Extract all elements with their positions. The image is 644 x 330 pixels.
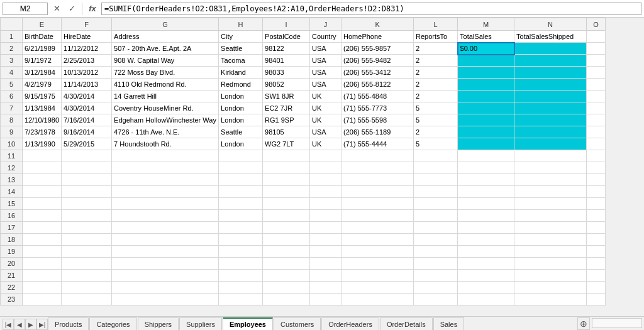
cell-r18-c8[interactable]	[458, 234, 514, 246]
cell-r21-c6[interactable]	[341, 270, 414, 282]
cell-r11-c7[interactable]	[414, 150, 458, 162]
cell-r19-c4[interactable]	[263, 246, 310, 258]
sheet-tab-customers[interactable]: Customers	[274, 317, 321, 330]
cell-r10-c3[interactable]: London	[219, 138, 263, 150]
cell-r4-c2[interactable]: 722 Moss Bay Blvd.	[112, 67, 219, 79]
cell-r4-c9[interactable]	[514, 67, 587, 79]
cell-r3-c3[interactable]: Tacoma	[219, 55, 263, 67]
cell-r3-c5[interactable]: USA	[310, 55, 341, 67]
cell-r2-c3[interactable]: Seattle	[219, 43, 263, 55]
sheet-tab-categories[interactable]: Categories	[89, 317, 136, 330]
cell-r15-c1[interactable]	[62, 198, 112, 210]
cell-r10-c1[interactable]: 5/29/2015	[62, 138, 112, 150]
cell-r8-c2[interactable]: Edgeham HollowWinchester Way	[112, 114, 219, 126]
cell-r23-c4[interactable]	[263, 294, 310, 305]
cell-r19-c8[interactable]	[458, 246, 514, 258]
cell-r3-c6[interactable]: (206) 555-9482	[341, 55, 414, 67]
cell-r7-c9[interactable]	[514, 102, 587, 114]
cell-r21-c0[interactable]	[23, 270, 62, 282]
cell-r8-c5[interactable]: UK	[310, 114, 341, 126]
tab-scrollbar[interactable]	[592, 318, 642, 328]
cell-r10-c10[interactable]	[587, 138, 606, 150]
cell-r14-c10[interactable]	[587, 186, 606, 198]
cell-r12-c4[interactable]	[263, 162, 310, 174]
cell-r21-c8[interactable]	[458, 270, 514, 282]
cell-r4-c0[interactable]: 3/12/1984	[23, 67, 62, 79]
cell-r13-c6[interactable]	[341, 174, 414, 186]
tab-nav-prev[interactable]: ◀	[14, 319, 25, 330]
cell-r2-c2[interactable]: 507 - 20th Ave. E.Apt. 2A	[112, 43, 219, 55]
cell-r23-c3[interactable]	[219, 294, 263, 305]
cell-r20-c4[interactable]	[263, 258, 310, 270]
cell-r13-c7[interactable]	[414, 174, 458, 186]
cell-r19-c1[interactable]	[62, 246, 112, 258]
cell-r8-c0[interactable]: 12/10/1980	[23, 114, 62, 126]
cell-r6-c10[interactable]	[587, 91, 606, 102]
cell-r8-c4[interactable]: RG1 9SP	[263, 114, 310, 126]
sheet-tab-suppliers[interactable]: Suppliers	[179, 317, 222, 330]
cell-r2-c9[interactable]	[514, 43, 587, 55]
cell-r3-c10[interactable]	[587, 55, 606, 67]
cell-r7-c1[interactable]: 4/30/2014	[62, 102, 112, 114]
cell-r11-c2[interactable]	[112, 150, 219, 162]
cell-r5-c7[interactable]: 2	[414, 79, 458, 91]
cell-r17-c3[interactable]	[219, 222, 263, 234]
cell-r20-c1[interactable]	[62, 258, 112, 270]
cell-r15-c4[interactable]	[263, 198, 310, 210]
cell-r21-c10[interactable]	[587, 270, 606, 282]
cell-r22-c9[interactable]	[514, 282, 587, 294]
cell-r22-c10[interactable]	[587, 282, 606, 294]
cell-r7-c6[interactable]: (71) 555-7773	[341, 102, 414, 114]
cell-r10-c6[interactable]: (71) 555-4444	[341, 138, 414, 150]
cell-r17-c9[interactable]	[514, 222, 587, 234]
cell-r18-c0[interactable]	[23, 234, 62, 246]
cell-r23-c6[interactable]	[341, 294, 414, 305]
cell-r21-c2[interactable]	[112, 270, 219, 282]
cell-r16-c10[interactable]	[587, 210, 606, 222]
cell-r7-c7[interactable]: 5	[414, 102, 458, 114]
cell-r15-c6[interactable]	[341, 198, 414, 210]
tab-nav-first[interactable]: |◀	[3, 319, 14, 330]
cell-r21-c9[interactable]	[514, 270, 587, 282]
cell-r21-c7[interactable]	[414, 270, 458, 282]
cell-r7-c8[interactable]	[458, 102, 514, 114]
name-box[interactable]	[3, 3, 48, 15]
cell-r14-c9[interactable]	[514, 186, 587, 198]
cell-r22-c0[interactable]	[23, 282, 62, 294]
cell-r17-c4[interactable]	[263, 222, 310, 234]
cell-r12-c10[interactable]	[587, 162, 606, 174]
cell-r10-c2[interactable]: 7 Houndstooth Rd.	[112, 138, 219, 150]
add-sheet-button[interactable]: ⊕	[577, 317, 590, 330]
cell-r11-c3[interactable]	[219, 150, 263, 162]
cell-r3-c0[interactable]: 9/1/1972	[23, 55, 62, 67]
cell-r17-c8[interactable]	[458, 222, 514, 234]
cell-r20-c5[interactable]	[310, 258, 341, 270]
cell-r12-c5[interactable]	[310, 162, 341, 174]
cell-r7-c10[interactable]	[587, 102, 606, 114]
cell-r5-c5[interactable]: USA	[310, 79, 341, 91]
sheet-tab-sales[interactable]: Sales	[433, 317, 465, 330]
cell-r9-c10[interactable]	[587, 126, 606, 138]
cell-r14-c7[interactable]	[414, 186, 458, 198]
cell-r11-c8[interactable]	[458, 150, 514, 162]
cell-r6-c7[interactable]: 2	[414, 91, 458, 102]
cell-r4-c1[interactable]: 10/13/2012	[62, 67, 112, 79]
cell-r13-c8[interactable]	[458, 174, 514, 186]
cell-r7-c0[interactable]: 1/13/1984	[23, 102, 62, 114]
cell-r12-c3[interactable]	[219, 162, 263, 174]
cell-r18-c7[interactable]	[414, 234, 458, 246]
cell-r13-c0[interactable]	[23, 174, 62, 186]
cell-r20-c3[interactable]	[219, 258, 263, 270]
cell-r7-c5[interactable]: UK	[310, 102, 341, 114]
cell-r21-c4[interactable]	[263, 270, 310, 282]
cell-r16-c4[interactable]	[263, 210, 310, 222]
cell-r20-c10[interactable]	[587, 258, 606, 270]
cell-r5-c10[interactable]	[587, 79, 606, 91]
cell-r2-c7[interactable]: 2	[414, 43, 458, 55]
cell-r19-c5[interactable]	[310, 246, 341, 258]
cell-r2-c4[interactable]: 98122	[263, 43, 310, 55]
sheet-tab-products[interactable]: Products	[48, 317, 89, 330]
fx-button[interactable]: fx	[86, 3, 99, 15]
cell-r11-c4[interactable]	[263, 150, 310, 162]
cell-r11-c6[interactable]	[341, 150, 414, 162]
